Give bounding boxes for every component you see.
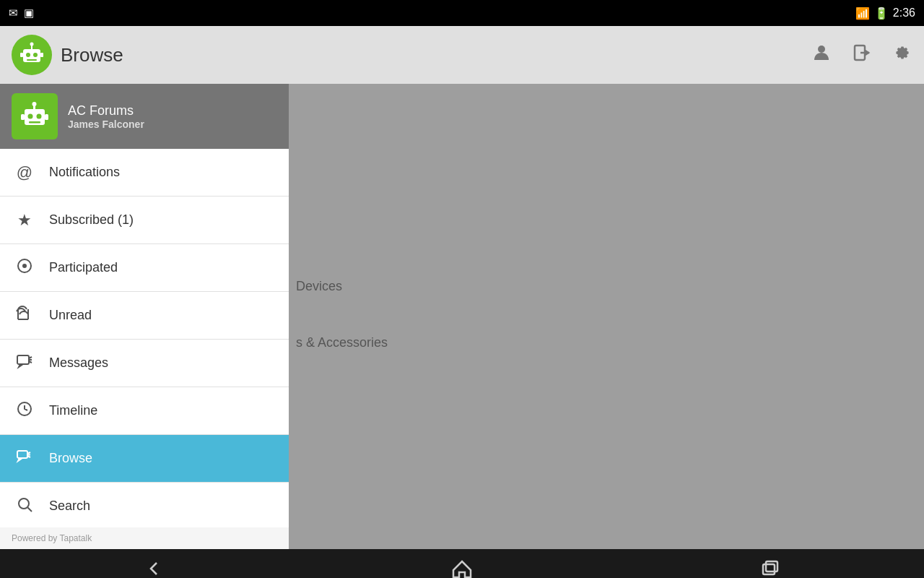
logout-icon[interactable] xyxy=(852,43,872,67)
participated-icon xyxy=(14,257,35,279)
home-button[interactable] xyxy=(450,557,474,578)
page-title: Browse xyxy=(61,44,811,66)
sidebar-item-search[interactable]: Search xyxy=(0,483,289,527)
app-bar: Browse xyxy=(0,26,924,84)
svg-point-16 xyxy=(32,102,37,106)
nav-list: @ Notifications ★ Subscribed (1) Partici… xyxy=(0,149,289,527)
svg-rect-6 xyxy=(20,53,23,57)
sidebar-item-browse[interactable]: Browse xyxy=(0,435,289,483)
sidebar-item-search-label: Search xyxy=(49,499,90,514)
svg-rect-18 xyxy=(45,114,48,120)
search-icon xyxy=(14,496,35,517)
sidebar-item-browse-label: Browse xyxy=(49,451,92,466)
forum-robot-icon xyxy=(19,100,51,132)
app-bar-actions xyxy=(811,43,912,68)
svg-point-5 xyxy=(30,43,34,46)
powered-by-text: Powered by Tapatalk xyxy=(12,533,92,543)
main-layout: AC Forums James Falconer @ Notifications… xyxy=(0,84,924,549)
recents-button[interactable] xyxy=(759,557,782,578)
sidebar-item-timeline[interactable]: Timeline xyxy=(0,387,289,435)
content-area: Devices s & Accessories xyxy=(289,84,924,549)
sidebar-item-messages-label: Messages xyxy=(49,355,108,371)
svg-rect-37 xyxy=(766,561,777,571)
svg-point-13 xyxy=(37,114,42,119)
svg-point-12 xyxy=(28,114,33,119)
status-bar: ✉ ▣ 📶 🔋 2:36 xyxy=(0,0,924,26)
svg-point-1 xyxy=(26,53,30,57)
app-logo xyxy=(12,35,52,75)
bottom-nav-bar xyxy=(0,549,924,578)
forum-header[interactable]: AC Forums James Falconer xyxy=(0,84,289,149)
sidebar-item-subscribed-label: Subscribed (1) xyxy=(49,212,134,228)
forum-user: James Falconer xyxy=(68,118,144,130)
powered-by: Powered by Tapatalk xyxy=(0,527,289,549)
svg-point-20 xyxy=(22,264,27,268)
svg-line-34 xyxy=(28,507,32,512)
content-item-accessories: s & Accessories xyxy=(296,335,388,350)
svg-point-33 xyxy=(19,499,29,509)
sidebar: AC Forums James Falconer @ Notifications… xyxy=(0,84,289,549)
status-bar-left: ✉ ▣ xyxy=(9,7,34,20)
star-icon: ★ xyxy=(14,211,35,230)
svg-marker-35 xyxy=(453,561,471,577)
profile-icon[interactable] xyxy=(811,43,832,68)
svg-rect-24 xyxy=(17,355,29,364)
time-display: 2:36 xyxy=(893,7,915,20)
sidebar-item-unread[interactable]: Unread xyxy=(0,292,289,340)
sidebar-item-notifications[interactable]: @ Notifications xyxy=(0,149,289,197)
battery-icon: 🔋 xyxy=(874,7,889,20)
messages-icon xyxy=(14,353,35,374)
forum-info: AC Forums James Falconer xyxy=(68,103,144,130)
settings-icon[interactable] xyxy=(892,43,912,67)
svg-rect-17 xyxy=(21,114,25,120)
unread-icon xyxy=(14,305,35,327)
forum-avatar xyxy=(12,93,58,139)
status-bar-right: 📶 🔋 2:36 xyxy=(855,7,915,20)
svg-rect-29 xyxy=(17,451,27,458)
wifi-icon: 📶 xyxy=(855,7,870,20)
browse-icon xyxy=(14,448,35,470)
photo-icon: ▣ xyxy=(24,7,34,20)
forum-name: AC Forums xyxy=(68,103,144,118)
sidebar-item-notifications-label: Notifications xyxy=(49,165,120,180)
sidebar-item-subscribed[interactable]: ★ Subscribed (1) xyxy=(0,197,289,244)
sidebar-item-messages[interactable]: Messages xyxy=(0,340,289,387)
svg-rect-7 xyxy=(40,53,43,57)
svg-point-8 xyxy=(818,46,825,53)
sidebar-item-timeline-label: Timeline xyxy=(49,403,97,418)
email-icon: ✉ xyxy=(9,7,18,20)
timeline-icon xyxy=(14,400,35,422)
svg-rect-36 xyxy=(763,564,775,574)
back-button[interactable] xyxy=(142,557,165,578)
svg-rect-14 xyxy=(29,121,40,124)
sidebar-item-unread-label: Unread xyxy=(49,308,92,323)
sidebar-item-participated[interactable]: Participated xyxy=(0,244,289,292)
svg-rect-3 xyxy=(27,59,37,61)
svg-point-2 xyxy=(33,53,38,57)
content-item-devices: Devices xyxy=(296,279,342,294)
sidebar-item-participated-label: Participated xyxy=(49,260,118,275)
at-icon: @ xyxy=(14,163,35,182)
robot-logo-icon xyxy=(17,40,46,69)
